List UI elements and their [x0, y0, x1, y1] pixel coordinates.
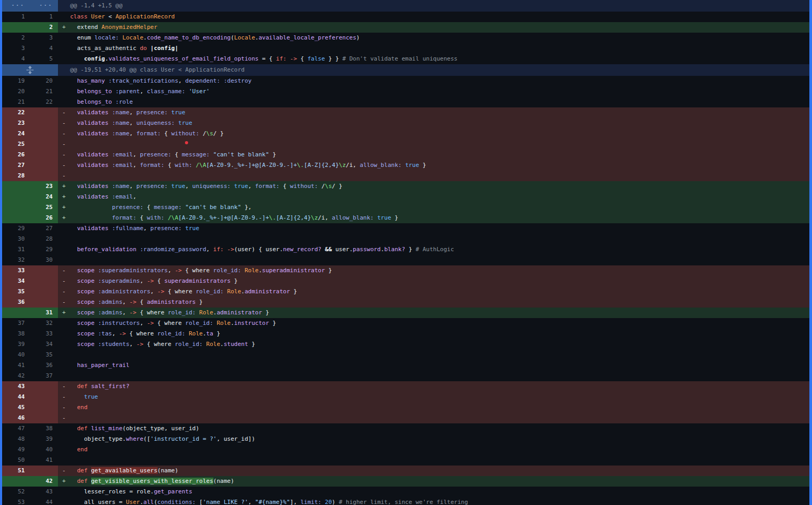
line-number-new[interactable]: [30, 286, 58, 297]
line-number-old[interactable]: 31: [2, 244, 30, 255]
line-number-new[interactable]: [30, 118, 58, 128]
line-number-new[interactable]: [30, 381, 58, 392]
line-number-new[interactable]: 43: [30, 487, 58, 497]
line-number-new[interactable]: 32: [30, 318, 58, 329]
line-number-new[interactable]: 21: [30, 86, 58, 97]
line-number-new[interactable]: 5: [30, 54, 58, 64]
line-number-new[interactable]: [30, 392, 58, 402]
line-number-old[interactable]: 21: [2, 97, 30, 107]
line-number-new[interactable]: 29: [30, 244, 58, 255]
code-line: scope :instructors, -> { where role_id: …: [70, 318, 809, 329]
line-number-old[interactable]: 2: [2, 33, 30, 43]
line-number-old[interactable]: 20: [2, 86, 30, 97]
line-number-old[interactable]: 35: [2, 286, 30, 297]
line-number-old[interactable]: 33: [2, 265, 30, 276]
line-number-new[interactable]: 20: [30, 76, 58, 86]
line-number-new[interactable]: 42: [30, 476, 58, 487]
line-number-old[interactable]: 4: [2, 54, 30, 64]
line-number-old[interactable]: [2, 476, 30, 487]
line-number-old[interactable]: 3: [2, 43, 30, 54]
line-number-old[interactable]: 39: [2, 339, 30, 350]
line-number-old[interactable]: 40: [2, 350, 30, 360]
line-number-new[interactable]: 24: [30, 192, 58, 202]
line-number-new[interactable]: [30, 128, 58, 139]
line-number-new[interactable]: 23: [30, 181, 58, 192]
line-number-new[interactable]: [30, 139, 58, 150]
hunk-gutter: ······: [2, 0, 58, 12]
line-number-new[interactable]: 35: [30, 350, 58, 360]
line-number-new[interactable]: 31: [30, 308, 58, 318]
line-number-new[interactable]: [30, 466, 58, 476]
cursor-dot: [185, 141, 188, 144]
line-number-old[interactable]: 53: [2, 497, 30, 505]
line-number-new[interactable]: 26: [30, 213, 58, 223]
line-number-new[interactable]: [30, 150, 58, 160]
code-line: [70, 371, 809, 381]
line-number-old[interactable]: 23: [2, 118, 30, 128]
line-number-new[interactable]: 33: [30, 329, 58, 339]
line-number-new[interactable]: 36: [30, 360, 58, 371]
line-number-old[interactable]: 30: [2, 234, 30, 244]
line-number-new[interactable]: [30, 265, 58, 276]
line-number-old[interactable]: 38: [2, 329, 30, 339]
line-number-old[interactable]: [2, 213, 30, 223]
line-number-new[interactable]: [30, 171, 58, 181]
line-number-old[interactable]: 50: [2, 455, 30, 466]
diff-marker: [58, 318, 70, 329]
line-number-old[interactable]: 51: [2, 466, 30, 476]
line-number-new[interactable]: 1: [30, 12, 58, 22]
line-number-new[interactable]: [30, 402, 58, 413]
line-number-old[interactable]: 29: [2, 223, 30, 234]
line-number-old[interactable]: 32: [2, 255, 30, 265]
line-number-new[interactable]: 41: [30, 455, 58, 466]
line-number-new[interactable]: 38: [30, 423, 58, 434]
diff-marker: [58, 497, 70, 505]
line-number-old[interactable]: 36: [2, 297, 30, 308]
line-number-old[interactable]: [2, 192, 30, 202]
line-number-new[interactable]: 25: [30, 202, 58, 213]
line-number-old[interactable]: 37: [2, 318, 30, 329]
line-number-new[interactable]: 2: [30, 22, 58, 33]
line-number-new[interactable]: 39: [30, 434, 58, 444]
line-number-new[interactable]: 27: [30, 223, 58, 234]
line-number-new[interactable]: 40: [30, 444, 58, 455]
line-number-new[interactable]: 4: [30, 43, 58, 54]
line-number-new[interactable]: [30, 107, 58, 118]
line-number-old[interactable]: 34: [2, 276, 30, 286]
line-number-new[interactable]: 30: [30, 255, 58, 265]
line-number-old[interactable]: 52: [2, 487, 30, 497]
line-number-old[interactable]: 49: [2, 444, 30, 455]
line-number-new[interactable]: 22: [30, 97, 58, 107]
line-number-old[interactable]: 24: [2, 128, 30, 139]
line-number-old[interactable]: 25: [2, 139, 30, 150]
line-number-new[interactable]: [30, 160, 58, 171]
line-number-new[interactable]: [30, 297, 58, 308]
line-number-old[interactable]: 42: [2, 371, 30, 381]
line-number-new[interactable]: 34: [30, 339, 58, 350]
line-number-old[interactable]: 19: [2, 76, 30, 86]
line-number-old[interactable]: 48: [2, 434, 30, 444]
line-number-new[interactable]: [30, 413, 58, 423]
line-number-old[interactable]: 41: [2, 360, 30, 371]
line-number-old[interactable]: [2, 202, 30, 213]
expand-diff-button[interactable]: [2, 66, 58, 74]
line-number-old[interactable]: 1: [2, 12, 30, 22]
line-number-old[interactable]: 47: [2, 423, 30, 434]
line-number-new[interactable]: [30, 276, 58, 286]
line-number-old[interactable]: [2, 308, 30, 318]
line-number-old[interactable]: 43: [2, 381, 30, 392]
line-number-old[interactable]: 28: [2, 171, 30, 181]
line-number-old[interactable]: 22: [2, 107, 30, 118]
line-number-old[interactable]: 27: [2, 160, 30, 171]
line-number-new[interactable]: 44: [30, 497, 58, 505]
line-number-old[interactable]: 44: [2, 392, 30, 402]
line-number-old[interactable]: [2, 181, 30, 192]
diff-row-ctx: 4940 end: [2, 444, 809, 455]
line-number-new[interactable]: 28: [30, 234, 58, 244]
line-number-new[interactable]: 37: [30, 371, 58, 381]
line-number-old[interactable]: 46: [2, 413, 30, 423]
line-number-old[interactable]: 45: [2, 402, 30, 413]
line-number-new[interactable]: 3: [30, 33, 58, 43]
line-number-old[interactable]: 26: [2, 150, 30, 160]
line-number-old[interactable]: [2, 22, 30, 33]
